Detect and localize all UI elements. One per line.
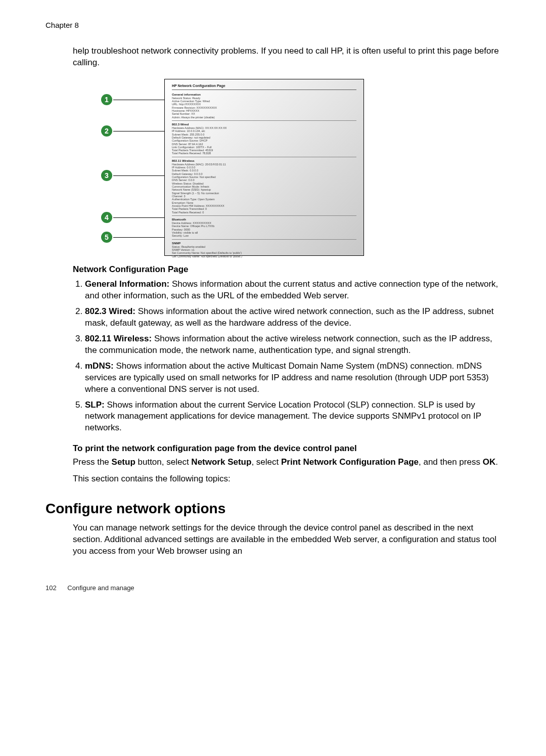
- cfg-line: Get Community Name: Not specified (Defau…: [172, 255, 356, 258]
- callout-badge-4: 4: [101, 212, 112, 223]
- callout-5: 5: [101, 232, 164, 243]
- config-item-list: General Information: Shows information a…: [73, 279, 500, 434]
- page-number: 102: [46, 584, 57, 593]
- cfg-section-mdns: Bluetooth Device Address: XXXXXXXXXX Dev…: [172, 216, 356, 240]
- footer-title: Configure and manage: [67, 584, 134, 592]
- callout-4: 4: [101, 212, 164, 223]
- list-item: General Information: Shows information a…: [85, 279, 500, 302]
- item-label: General Information:: [85, 279, 169, 289]
- item-text: Shows information about the active Multi…: [85, 361, 489, 394]
- callout-line-3: [113, 175, 164, 176]
- step-text: .: [495, 457, 498, 467]
- cfg-section-general: General information Network Status: Read…: [172, 92, 356, 121]
- network-config-diagram: 1 2 3 4 5 HP Network Configuration Page …: [101, 79, 364, 256]
- callout-badge-1: 1: [101, 94, 112, 105]
- cfg-title: HP Network Configuration Page: [172, 83, 356, 90]
- page-footer: 102 Configure and manage: [46, 584, 500, 593]
- chapter-header: Chapter 8: [46, 20, 500, 30]
- print-config-page-label: Print Network Configuration Page: [281, 457, 419, 467]
- item-text: Shows information about the current Serv…: [85, 400, 481, 433]
- ok-button-label: OK: [483, 457, 496, 467]
- cfg-head-wireless: 802.11 Wireless: [172, 159, 356, 163]
- callout-line-4: [113, 217, 164, 218]
- print-steps: Press the Setup button, select Network S…: [73, 457, 500, 468]
- list-item: 802.3 Wired: Shows information about the…: [85, 306, 500, 329]
- configure-paragraph: You can manage network settings for the …: [73, 522, 500, 557]
- cfg-head-wired: 802.3 Wired: [172, 122, 356, 126]
- callout-line-2: [113, 131, 164, 131]
- cfg-line: Total Packets Received: 78,828: [172, 152, 356, 155]
- item-label: 802.3 Wired:: [85, 306, 135, 316]
- callout-line-1: [113, 100, 164, 100]
- list-item: mDNS: Shows information about the active…: [85, 361, 500, 395]
- list-item: 802.11 Wireless: Shows information about…: [85, 333, 500, 357]
- callout-badge-2: 2: [101, 125, 112, 137]
- step-text: , select: [251, 457, 281, 467]
- callout-3: 3: [101, 170, 164, 181]
- cfg-line: Security: Low: [172, 234, 356, 237]
- cfg-section-slp: SNMP Status: Read/write enabled SNMP Ver…: [172, 240, 356, 259]
- callout-line-5: [113, 237, 164, 238]
- setup-button-label: Setup: [112, 457, 135, 467]
- print-heading: To print the network configuration page …: [73, 443, 500, 455]
- callout-badge-3: 3: [101, 170, 112, 181]
- network-setup-label: Network Setup: [191, 457, 251, 467]
- cfg-line: Admin: Always the printer (disable): [172, 116, 356, 119]
- topics-line: This section contains the following topi…: [73, 473, 500, 485]
- item-label: 802.11 Wireless:: [85, 334, 152, 343]
- callout-badge-5: 5: [101, 232, 112, 243]
- cfg-head-mdns: Bluetooth: [172, 217, 356, 221]
- callout-2: 2: [101, 125, 164, 137]
- item-label: SLP:: [85, 400, 105, 410]
- intro-paragraph: help troubleshoot network connectivity p…: [73, 46, 500, 69]
- item-label: mDNS:: [85, 361, 114, 371]
- cfg-section-wireless: 802.11 Wireless Hardware Address (MAC): …: [172, 158, 356, 216]
- callout-1: 1: [101, 94, 164, 105]
- configure-network-heading: Configure network options: [46, 499, 500, 518]
- step-text: , and then press: [419, 457, 483, 467]
- cfg-head-general: General information: [172, 93, 356, 97]
- list-item: SLP: Shows information about the current…: [85, 399, 500, 434]
- cfg-line: Total Packets Received: 0: [172, 211, 356, 214]
- config-page-preview: HP Network Configuration Page General in…: [164, 79, 364, 256]
- cfg-head-slp: SNMP: [172, 241, 356, 245]
- step-text: Press the: [73, 457, 112, 467]
- item-text: Shows information about the active wired…: [85, 306, 493, 328]
- cfg-section-wired: 802.3 Wired Hardware Address (MAC): XX:X…: [172, 121, 356, 157]
- config-page-heading: Network Configuration Page: [73, 264, 500, 276]
- step-text: button, select: [135, 457, 192, 467]
